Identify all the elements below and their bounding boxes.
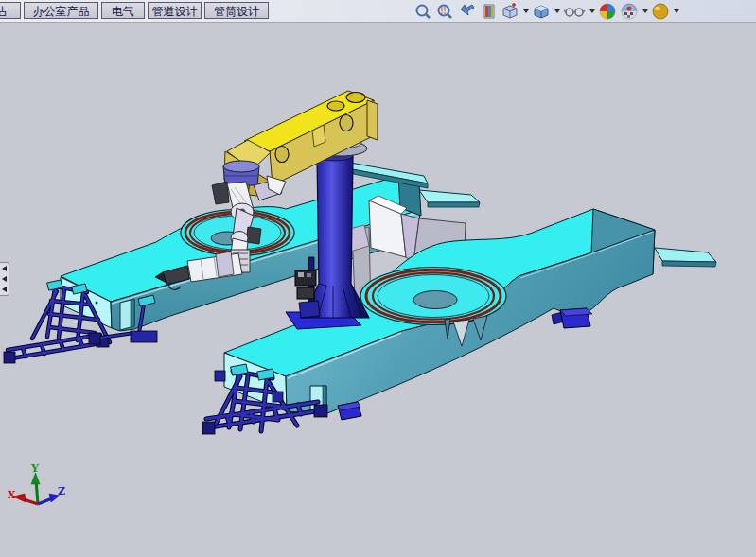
viewport-3d[interactable]: X Y Z xyxy=(0,0,756,557)
tab-partial[interactable]: 古 xyxy=(0,2,21,19)
edit-appearance-icon[interactable] xyxy=(598,2,617,21)
dropdown-arrow[interactable] xyxy=(589,9,595,13)
panel-expander[interactable] xyxy=(0,262,9,296)
display-style-icon[interactable] xyxy=(563,2,586,21)
tab-piping-design[interactable]: 管道设计 xyxy=(148,2,202,19)
previous-view-icon[interactable] xyxy=(457,2,478,21)
dropdown-arrow[interactable] xyxy=(642,9,648,13)
tab-tube-design[interactable]: 管筒设计 xyxy=(204,2,269,19)
triad-y-label: Y xyxy=(30,462,39,475)
apply-scene-icon[interactable] xyxy=(620,2,639,21)
dropdown-arrow[interactable] xyxy=(554,9,560,13)
right-beam-foot xyxy=(552,308,592,328)
left-arrow-icon xyxy=(2,266,7,271)
coordinate-triad: X Y Z xyxy=(8,462,65,504)
left-arrow-icon xyxy=(2,287,7,292)
dropdown-arrow[interactable] xyxy=(674,9,679,13)
tab-office-products[interactable]: 办公室产品 xyxy=(24,2,98,19)
view-settings-icon[interactable] xyxy=(651,2,670,21)
triad-z-label: Z xyxy=(58,485,65,497)
sketch-view-icon[interactable] xyxy=(501,2,519,21)
section-view-icon[interactable] xyxy=(481,2,498,21)
triad-x-label: X xyxy=(8,489,16,501)
tab-electrical[interactable]: 电气 xyxy=(101,2,145,19)
left-arrow-icon xyxy=(2,276,7,282)
right-beam-fin xyxy=(655,248,716,267)
view-orientation-icon[interactable] xyxy=(532,2,551,21)
solidworks-window: X Y Z 古 办公室产品 电气 管道设计 管筒设计 xyxy=(0,0,756,557)
command-tab-bar: 古 办公室产品 电气 管道设计 管筒设计 xyxy=(0,0,756,23)
zoom-to-fit-icon[interactable] xyxy=(413,2,432,21)
zoom-to-area-icon[interactable] xyxy=(435,2,454,21)
dropdown-arrow[interactable] xyxy=(523,9,529,13)
